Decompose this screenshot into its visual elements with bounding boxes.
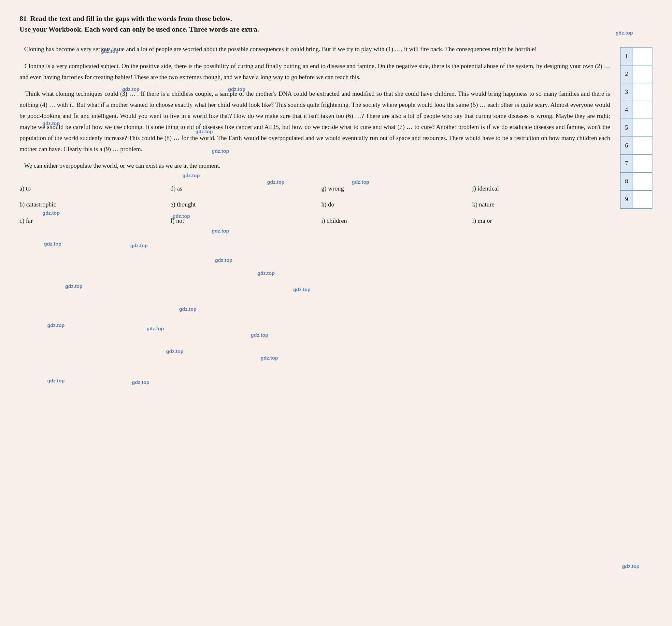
answer-row-7: 7 — [620, 155, 652, 173]
answer-cell-6[interactable] — [633, 137, 652, 155]
watermark: gdz.top — [183, 173, 200, 178]
word-d: d) as — [170, 182, 308, 195]
watermark: gdz.top — [228, 86, 245, 92]
answer-row-4: 4 — [620, 101, 652, 119]
watermark: gdz.top — [352, 179, 369, 185]
answer-cell-7[interactable] — [633, 155, 652, 173]
answer-row-6: 6 — [620, 137, 652, 155]
answer-num-8: 8 — [620, 173, 633, 191]
answer-num-4: 4 — [620, 101, 633, 119]
answer-table: 1 2 3 4 5 — [620, 47, 652, 209]
paragraph-3: Think what cloning techniques could (3) … — [20, 88, 610, 154]
answer-row-1: 1 — [620, 47, 652, 65]
instruction-line2: Use your Workbook. Each word can only be… — [20, 25, 259, 33]
exercise-number: 81 — [20, 14, 27, 22]
answer-num-1: 1 — [620, 47, 633, 65]
answer-cell-8[interactable] — [633, 173, 652, 191]
watermark: gdz.top — [65, 283, 82, 289]
watermark: gdz.top — [257, 270, 274, 276]
word-b: b) catastrophic — [20, 198, 157, 211]
word-j: j) identical — [472, 182, 610, 195]
watermark: gdz.top — [132, 380, 149, 385]
answer-num-9: 9 — [620, 191, 633, 209]
exercise-header: 81 Read the text and fill in the gaps wi… — [20, 13, 652, 34]
paragraph-4: We can either overpopulate the world, or… — [20, 160, 610, 171]
watermark: gdz.top — [42, 210, 59, 216]
watermark: gdz.top — [195, 129, 213, 134]
word-f: f) not — [170, 214, 308, 227]
answer-row-3: 3 — [620, 83, 652, 101]
answer-num-5: 5 — [620, 119, 633, 137]
watermark: gdz.top — [215, 257, 232, 263]
watermark: gdz.top — [212, 148, 229, 154]
answer-num-7: 7 — [620, 155, 633, 173]
answer-num-2: 2 — [620, 65, 633, 83]
word-c: c) far — [20, 214, 157, 227]
watermark: gdz.top — [47, 322, 65, 328]
answer-row-8: 8 — [620, 173, 652, 191]
watermark: gdz.top — [47, 378, 65, 383]
watermark: gdz.top — [166, 348, 184, 354]
answer-cell-5[interactable] — [633, 119, 652, 137]
answer-cell-3[interactable] — [633, 83, 652, 101]
watermark: gdz.top — [44, 241, 61, 246]
answer-row-9: 9 — [620, 191, 652, 209]
word-k: k) nature — [472, 198, 610, 211]
watermark: gdz.top — [212, 228, 229, 234]
answer-row-5: 5 — [620, 119, 652, 137]
watermark: gdz.top — [261, 355, 278, 361]
word-h: h) do — [321, 198, 459, 211]
watermark: gdz.top — [42, 121, 59, 126]
instruction-line1: Read the text and fill in the gaps with … — [30, 14, 232, 22]
paragraph-2: Cloning is a very complicated subject. O… — [20, 61, 610, 83]
answer-num-3: 3 — [620, 83, 633, 101]
word-a: a) to — [20, 182, 157, 195]
answer-cell-9[interactable] — [633, 191, 652, 209]
watermark: gdz.top — [251, 332, 268, 338]
watermark: gdz.top — [130, 243, 148, 248]
page: gdz.top gdz.top gdz.top gdz.top gdz.top … — [0, 0, 672, 626]
words-section: a) to d) as g) wrong j) identical b) cat… — [20, 182, 610, 227]
answer-num-6: 6 — [620, 137, 633, 155]
word-g: g) wrong — [321, 182, 459, 195]
answer-table-container: 1 2 3 4 5 — [620, 47, 652, 209]
watermark: gdz.top — [179, 306, 196, 312]
answer-row-2: 2 — [620, 65, 652, 83]
watermark: gdz.top — [267, 179, 284, 185]
watermark: gdz.top — [122, 86, 139, 92]
watermark: gdz.top — [622, 563, 640, 569]
text-column: Cloning has become a very serious issue … — [20, 44, 610, 227]
watermark: gdz.top — [101, 48, 118, 54]
content-area: Cloning has become a very serious issue … — [20, 44, 652, 227]
watermark: gdz.top — [147, 326, 164, 331]
exercise-title: 81 Read the text and fill in the gaps wi… — [20, 13, 652, 34]
answer-cell-2[interactable] — [633, 65, 652, 83]
answer-cell-1[interactable] — [633, 47, 652, 65]
watermark: gdz.top — [616, 30, 633, 35]
word-i: i) children — [321, 214, 459, 227]
word-l: l) major — [472, 214, 610, 227]
answer-cell-4[interactable] — [633, 101, 652, 119]
watermark: gdz.top — [173, 213, 190, 219]
word-e: e) thought — [170, 198, 308, 211]
watermark: gdz.top — [293, 287, 310, 292]
